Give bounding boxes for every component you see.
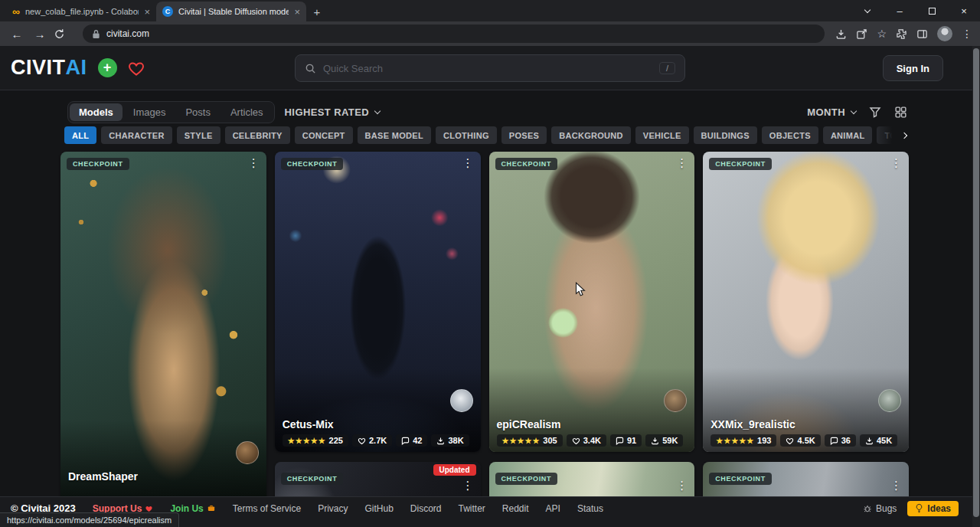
- create-plus-button[interactable]: +: [98, 58, 117, 77]
- back-button[interactable]: ←: [8, 28, 26, 41]
- likes-pill: 4.5K: [780, 434, 820, 447]
- tab-close-icon[interactable]: ×: [144, 7, 150, 17]
- new-tab-button[interactable]: +: [306, 2, 328, 21]
- bugs-button[interactable]: Bugs: [863, 503, 897, 514]
- star-rating: ★★★★★: [502, 437, 541, 445]
- briefcase-icon: [207, 504, 216, 512]
- install-icon[interactable]: [835, 28, 847, 40]
- card-menu-icon[interactable]: ⋮: [676, 479, 688, 493]
- model-card-dreamshaper[interactable]: CHECKPOINT ⋮ DreamShaper: [60, 152, 266, 496]
- period-dropdown[interactable]: MONTH: [807, 106, 856, 118]
- reload-button[interactable]: [54, 28, 72, 40]
- tab-posts[interactable]: Posts: [176, 103, 220, 121]
- site-header: CIVITAI + / Sign In: [0, 46, 980, 90]
- chip-concept[interactable]: CONCEPT: [295, 126, 353, 144]
- side-panel-icon[interactable]: [916, 28, 928, 40]
- quick-search-bar[interactable]: /: [295, 54, 685, 82]
- tab-images[interactable]: Images: [124, 103, 175, 121]
- browser-tab-colab[interactable]: ∞ new_colab_file.ipynb - Colaborat ×: [6, 2, 156, 21]
- layout-grid-icon[interactable]: [894, 106, 907, 119]
- star-icon: ★: [502, 437, 510, 445]
- ideas-button[interactable]: Ideas: [907, 501, 959, 516]
- search-input[interactable]: [323, 63, 652, 74]
- maximize-button[interactable]: [916, 0, 948, 21]
- chevron-down-icon: [374, 107, 381, 113]
- footer-link-status[interactable]: Status: [577, 503, 603, 514]
- creator-avatar[interactable]: [450, 389, 473, 412]
- chip-base-model[interactable]: BASE MODEL: [358, 126, 431, 144]
- browser-menu-icon[interactable]: ⋮: [962, 28, 972, 40]
- chip-objects[interactable]: OBJECTS: [762, 126, 818, 144]
- tab-search-icon[interactable]: [851, 0, 884, 21]
- star-icon: ★: [303, 437, 311, 445]
- creator-avatar[interactable]: [878, 389, 901, 412]
- window-controls: – ×: [851, 0, 980, 21]
- downloads-pill: 59K: [645, 434, 683, 447]
- footer-link-discord[interactable]: Discord: [410, 503, 442, 514]
- scrollbar[interactable]: [972, 46, 980, 527]
- logo-text: CIVIT: [11, 56, 66, 80]
- sort-dropdown[interactable]: HIGHEST RATED: [285, 106, 380, 118]
- star-icon: ★: [517, 437, 524, 445]
- tab-articles[interactable]: Articles: [221, 103, 273, 121]
- model-card-epicrealism[interactable]: CHECKPOINT ⋮ epiCRealism ★★★★★ 305 3.4K: [489, 152, 695, 452]
- chips-scroll-right[interactable]: [873, 126, 907, 144]
- model-card-partial-3[interactable]: CHECKPOINT ⋮: [703, 462, 909, 496]
- browser-tab-civitai[interactable]: C Civitai | Stable Diffusion models, ×: [156, 2, 306, 21]
- chip-style[interactable]: STYLE: [177, 126, 220, 144]
- card-menu-icon[interactable]: ⋮: [890, 156, 902, 170]
- model-card-partial-2[interactable]: CHECKPOINT ⋮: [489, 462, 695, 496]
- bookmark-star-icon[interactable]: ☆: [877, 28, 887, 40]
- comment-icon: [403, 437, 409, 444]
- star-icon: ★: [731, 437, 739, 445]
- model-card-partial-1[interactable]: Updated CHECKPOINT ⋮: [275, 462, 481, 496]
- chip-background[interactable]: BACKGROUND: [551, 126, 631, 144]
- footer-link-reddit[interactable]: Reddit: [502, 503, 529, 514]
- extensions-puzzle-icon[interactable]: [896, 28, 907, 40]
- model-type-badge: CHECKPOINT: [709, 473, 772, 485]
- chip-character[interactable]: CHARACTER: [101, 126, 172, 144]
- card-menu-icon[interactable]: ⋮: [462, 479, 474, 493]
- card-stats: ★★★★★ 225 2.7K 42 38K: [283, 434, 469, 447]
- creator-avatar[interactable]: [236, 441, 259, 464]
- address-bar[interactable]: civitai.com: [83, 25, 825, 43]
- lightbulb-icon: [915, 503, 923, 513]
- chip-clothing[interactable]: CLOTHING: [436, 126, 497, 144]
- downloads-pill: 45K: [860, 434, 897, 447]
- chip-celebrity[interactable]: CELEBRITY: [225, 126, 290, 144]
- filter-funnel-icon[interactable]: [869, 106, 881, 118]
- share-icon[interactable]: [856, 28, 867, 40]
- scrollbar-thumb[interactable]: [973, 48, 979, 517]
- forward-button[interactable]: →: [31, 28, 49, 41]
- footer-link-api[interactable]: API: [546, 503, 560, 514]
- footer-link-terms[interactable]: Terms of Service: [233, 503, 301, 514]
- close-window-button[interactable]: ×: [948, 0, 980, 21]
- footer-link-twitter[interactable]: Twitter: [459, 503, 485, 514]
- likes-count: 3.4K: [583, 436, 601, 445]
- footer-link-privacy[interactable]: Privacy: [318, 503, 348, 514]
- chip-buildings[interactable]: BUILDINGS: [694, 126, 757, 144]
- model-card-cetus-mix[interactable]: CHECKPOINT ⋮ Cetus-Mix ★★★★★ 225 2.7K: [275, 152, 481, 452]
- profile-avatar[interactable]: [937, 26, 952, 41]
- sign-in-button[interactable]: Sign In: [883, 55, 943, 81]
- toolbar-icons: ☆ ⋮: [835, 26, 972, 41]
- chip-poses[interactable]: POSES: [501, 126, 547, 144]
- tab-close-icon[interactable]: ×: [294, 7, 300, 17]
- minimize-button[interactable]: –: [884, 0, 916, 21]
- favorites-heart-icon[interactable]: [127, 60, 145, 77]
- star-icon: ★: [532, 437, 540, 445]
- card-menu-icon[interactable]: ⋮: [676, 156, 688, 170]
- chip-animal[interactable]: ANIMAL: [823, 126, 873, 144]
- tab-models[interactable]: Models: [70, 103, 122, 121]
- card-menu-icon[interactable]: ⋮: [890, 479, 902, 493]
- model-card-xxmix9realistic[interactable]: CHECKPOINT ⋮ XXMix_9realistic ★★★★★ 193 …: [703, 152, 909, 452]
- chip-all[interactable]: ALL: [64, 126, 96, 144]
- civitai-logo[interactable]: CIVITAI: [11, 56, 87, 80]
- chip-vehicle[interactable]: VEHICLE: [635, 126, 689, 144]
- likes-count: 2.7K: [369, 436, 387, 445]
- card-menu-icon[interactable]: ⋮: [248, 156, 260, 170]
- footer-link-github[interactable]: GitHub: [364, 503, 393, 514]
- sort-label: HIGHEST RATED: [285, 106, 369, 118]
- ideas-label: Ideas: [927, 503, 951, 514]
- card-menu-icon[interactable]: ⋮: [462, 156, 474, 170]
